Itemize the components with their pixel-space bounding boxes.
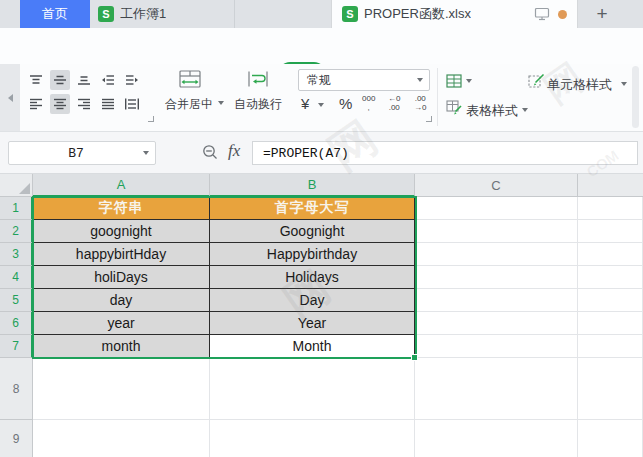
chevron-down-icon[interactable] bbox=[522, 108, 528, 112]
cell-b8[interactable] bbox=[210, 358, 415, 420]
cell-d6[interactable] bbox=[578, 312, 643, 335]
align-left-button[interactable] bbox=[26, 94, 46, 114]
insert-function-button[interactable]: fx bbox=[228, 141, 240, 161]
conditional-format-icon[interactable] bbox=[444, 71, 464, 91]
increase-indent-button[interactable] bbox=[122, 70, 142, 90]
valign-top-button[interactable] bbox=[26, 70, 46, 90]
justify-button[interactable] bbox=[98, 94, 118, 114]
tab-workbook1[interactable]: S 工作簿1 bbox=[90, 0, 235, 28]
chevron-down-icon[interactable] bbox=[318, 103, 324, 107]
wps-spreadsheet-window: 首页 S 工作簿1 S PROPER函数.xlsx + 文件 bbox=[0, 0, 643, 457]
column-header-a[interactable]: A bbox=[33, 174, 210, 197]
cell-c6[interactable] bbox=[415, 312, 578, 335]
monitor-icon[interactable] bbox=[534, 7, 550, 21]
cell-a2[interactable]: goognight bbox=[33, 220, 210, 243]
thousands-separator-button[interactable]: 000 , bbox=[362, 94, 375, 112]
percent-format-button[interactable]: % bbox=[339, 95, 352, 112]
row-header-2[interactable]: 2 bbox=[0, 220, 33, 243]
align-right-button[interactable] bbox=[74, 94, 94, 114]
cell-d4[interactable] bbox=[578, 266, 643, 289]
increase-decimal-button[interactable]: .00 →0 bbox=[414, 94, 426, 112]
cell-d7[interactable] bbox=[578, 335, 643, 358]
cell-b2[interactable]: Goognight bbox=[210, 220, 415, 243]
cell-c2[interactable] bbox=[415, 220, 578, 243]
row-header-6[interactable]: 6 bbox=[0, 312, 33, 335]
decrease-decimal-button[interactable]: ←0 .00 bbox=[388, 94, 400, 112]
formula-input[interactable]: =PROPER(A7) bbox=[252, 141, 638, 165]
table-row: 1 字符串 首字母大写 bbox=[0, 197, 643, 220]
cell-c7[interactable] bbox=[415, 335, 578, 358]
select-all-corner[interactable] bbox=[0, 174, 33, 197]
cell-a6[interactable]: year bbox=[33, 312, 210, 335]
row-header-5[interactable]: 5 bbox=[0, 289, 33, 312]
formula-text: =PROPER(A7) bbox=[263, 146, 349, 161]
row-header-7[interactable]: 7 bbox=[0, 335, 33, 358]
row-header-8[interactable]: 8 bbox=[0, 358, 33, 420]
dec-decimal-top: ←0 bbox=[388, 94, 400, 103]
chevron-down-icon[interactable] bbox=[621, 82, 627, 86]
alignment-dialog-launcher[interactable] bbox=[148, 116, 154, 122]
chevron-down-icon[interactable] bbox=[466, 79, 472, 83]
table-style-icon bbox=[444, 97, 464, 117]
cell-c9[interactable] bbox=[415, 420, 578, 457]
cell-a8[interactable] bbox=[33, 358, 210, 420]
wrap-text-button[interactable]: 自动换行 bbox=[233, 96, 283, 113]
wrap-text-icon[interactable] bbox=[246, 69, 270, 89]
row-header-4[interactable]: 4 bbox=[0, 266, 33, 289]
valign-middle-button[interactable] bbox=[50, 70, 70, 90]
cell-c3[interactable] bbox=[415, 243, 578, 266]
cell-a5[interactable]: day bbox=[33, 289, 210, 312]
cell-a3[interactable]: happybirtHday bbox=[33, 243, 210, 266]
row-header-3[interactable]: 3 bbox=[0, 243, 33, 266]
name-box-value: B7 bbox=[9, 146, 143, 161]
cell-b5[interactable]: Day bbox=[210, 289, 415, 312]
cell-d2[interactable] bbox=[578, 220, 643, 243]
valign-bottom-button[interactable] bbox=[74, 70, 94, 90]
cell-a7[interactable]: month bbox=[33, 335, 210, 358]
inc-decimal-bottom: →0 bbox=[414, 103, 426, 112]
cell-c8[interactable] bbox=[415, 358, 578, 420]
chevron-down-icon[interactable] bbox=[218, 101, 224, 105]
cell-b6[interactable]: Year bbox=[210, 312, 415, 335]
fill-handle[interactable] bbox=[411, 354, 418, 361]
ribbon-scrollbar[interactable] bbox=[632, 66, 639, 128]
column-header-b[interactable]: B bbox=[210, 174, 415, 197]
cell-b3[interactable]: Happybirthday bbox=[210, 243, 415, 266]
cell-c1[interactable] bbox=[415, 197, 578, 220]
zoom-out-icon[interactable] bbox=[202, 144, 219, 161]
currency-format-button[interactable]: ¥ bbox=[301, 95, 309, 112]
cell-b1[interactable]: 首字母大写 bbox=[210, 197, 415, 220]
column-header-d[interactable] bbox=[578, 174, 643, 197]
cell-b4[interactable]: Holidays bbox=[210, 266, 415, 289]
tab-proper-xlsx[interactable]: S PROPER函数.xlsx bbox=[331, 0, 578, 28]
cell-d1[interactable] bbox=[578, 197, 643, 220]
cell-a1[interactable]: 字符串 bbox=[33, 197, 210, 220]
number-dialog-launcher[interactable] bbox=[426, 116, 432, 122]
cell-b9[interactable] bbox=[210, 420, 415, 457]
cell-c5[interactable] bbox=[415, 289, 578, 312]
cell-d5[interactable] bbox=[578, 289, 643, 312]
new-tab-button[interactable]: + bbox=[588, 0, 616, 28]
number-format-select[interactable]: 常规 bbox=[298, 69, 430, 91]
distributed-align-button[interactable] bbox=[122, 94, 142, 114]
merge-center-button[interactable]: 合并居中 bbox=[164, 96, 214, 113]
decrease-indent-button[interactable] bbox=[98, 70, 118, 90]
cell-style-button[interactable]: 单元格样式 bbox=[547, 76, 612, 94]
cell-a9[interactable] bbox=[33, 420, 210, 457]
number-format-value: 常规 bbox=[307, 72, 331, 89]
row-header-1[interactable]: 1 bbox=[0, 197, 33, 220]
name-box[interactable]: B7 bbox=[8, 141, 156, 165]
align-center-button[interactable] bbox=[50, 94, 70, 114]
table-style-button[interactable]: 表格样式 bbox=[466, 102, 518, 120]
home-tab[interactable]: 首页 bbox=[20, 0, 90, 28]
cell-d9[interactable] bbox=[578, 420, 643, 457]
cell-d3[interactable] bbox=[578, 243, 643, 266]
row-header-9[interactable]: 9 bbox=[0, 420, 33, 457]
cell-a4[interactable]: holiDays bbox=[33, 266, 210, 289]
cell-c4[interactable] bbox=[415, 266, 578, 289]
ribbon-scroll-left[interactable] bbox=[0, 64, 20, 131]
cell-d8[interactable] bbox=[578, 358, 643, 420]
cell-b7-active[interactable]: Month bbox=[210, 335, 415, 358]
column-header-c[interactable]: C bbox=[415, 174, 578, 197]
merge-center-icon[interactable] bbox=[178, 69, 202, 89]
